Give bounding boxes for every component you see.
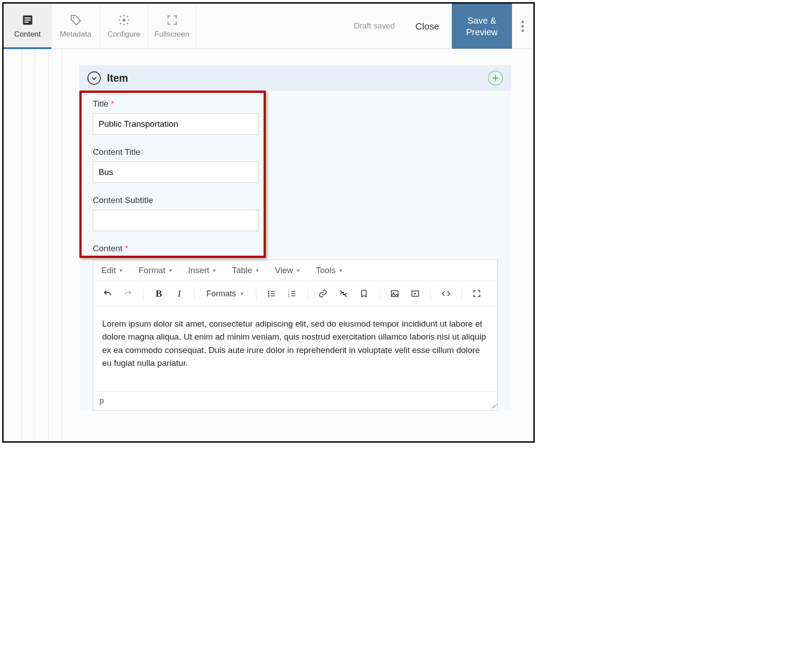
resize-handle[interactable] [489, 402, 495, 408]
tab-fullscreen[interactable]: Fullscreen [148, 4, 196, 49]
more-menu-button[interactable] [512, 4, 533, 49]
image-icon [390, 289, 399, 298]
formats-dropdown[interactable]: Formats▼ [202, 286, 249, 302]
link-icon [318, 289, 327, 298]
editor-menu-tools[interactable]: Tools▼ [316, 265, 343, 275]
media-icon [411, 289, 420, 298]
expand-button[interactable] [469, 286, 485, 302]
editor-menubar: Edit▼ Format▼ Insert▼ Table▼ View▼ Tools… [93, 260, 497, 281]
item-panel: Item Title * Content Title Content Subti… [79, 65, 511, 411]
code-icon [442, 289, 450, 298]
editor-toolbar: B I Formats▼ 123 [93, 281, 497, 307]
content-icon [21, 14, 34, 26]
item-panel-body: Title * Content Title Content Subtitle C… [79, 91, 511, 411]
svg-point-10 [268, 293, 269, 294]
item-panel-header: Item [79, 65, 511, 91]
save-preview-button[interactable]: Save & Preview [452, 4, 512, 49]
tab-configure-label: Configure [107, 30, 140, 39]
undo-button[interactable] [99, 286, 116, 302]
panel-title: Item [107, 72, 128, 84]
title-input[interactable] [93, 113, 259, 135]
editor-menu-format[interactable]: Format▼ [139, 265, 173, 275]
editor-menu-insert[interactable]: Insert▼ [188, 265, 217, 275]
field-content: Content * Edit▼ Format▼ Insert▼ Table▼ V… [93, 244, 498, 411]
svg-rect-3 [25, 21, 29, 22]
toolbar-spacer [196, 4, 346, 49]
source-button[interactable] [438, 286, 454, 302]
draft-status: Draft saved [346, 4, 403, 49]
link-button[interactable] [315, 286, 331, 302]
tag-icon [70, 14, 82, 26]
svg-point-9 [268, 290, 269, 292]
svg-rect-1 [25, 17, 31, 18]
svg-point-4 [73, 17, 74, 19]
field-title-label: Title * [93, 99, 498, 109]
svg-point-7 [522, 25, 524, 27]
unlink-icon [339, 289, 348, 298]
close-button[interactable]: Close [403, 4, 452, 49]
editor-element-path[interactable]: p [99, 396, 104, 405]
tab-content-label: Content [14, 30, 41, 39]
unlink-button[interactable] [335, 286, 351, 302]
svg-rect-15 [391, 290, 398, 296]
add-item-button[interactable] [488, 71, 503, 86]
field-title: Title * [93, 99, 498, 135]
tab-content[interactable]: Content [4, 4, 52, 49]
bookmark-icon [359, 289, 368, 298]
kebab-icon [521, 21, 524, 32]
fullscreen-icon [166, 14, 178, 26]
svg-text:3: 3 [288, 295, 289, 298]
field-content-title: Content Title [93, 147, 498, 183]
editor-status-bar: p [93, 391, 497, 410]
content-title-input[interactable] [93, 162, 259, 183]
svg-point-11 [268, 295, 269, 296]
editor-body[interactable]: Lorem ipsum dolor sit amet, consectetur … [93, 307, 497, 391]
svg-point-6 [522, 21, 524, 23]
field-content-subtitle: Content Subtitle [93, 195, 498, 231]
plus-icon [491, 74, 500, 82]
expand-icon [472, 289, 481, 298]
rich-text-editor: Edit▼ Format▼ Insert▼ Table▼ View▼ Tools… [93, 260, 498, 411]
redo-button[interactable] [120, 286, 136, 302]
svg-point-8 [522, 29, 524, 32]
bold-button[interactable]: B [151, 286, 167, 302]
field-content-title-label: Content Title [93, 147, 498, 157]
tab-metadata-label: Metadata [60, 30, 91, 39]
image-button[interactable] [387, 286, 403, 302]
editor-menu-table[interactable]: Table▼ [232, 265, 260, 275]
tab-fullscreen-label: Fullscreen [154, 30, 189, 39]
tab-metadata[interactable]: Metadata [52, 4, 100, 49]
editor-menu-view[interactable]: View▼ [275, 265, 301, 275]
bullet-list-icon [267, 289, 276, 298]
redo-icon [124, 289, 132, 298]
content-area: Item Title * Content Title Content Subti… [4, 50, 533, 441]
chevron-down-icon [91, 75, 98, 82]
editor-menu-edit[interactable]: Edit▼ [101, 265, 124, 275]
tab-configure[interactable]: Configure [100, 4, 148, 49]
bookmark-button[interactable] [356, 286, 372, 302]
gear-icon [118, 14, 130, 26]
top-toolbar: Content Metadata Configure Fullscreen Dr… [4, 4, 533, 49]
field-content-subtitle-label: Content Subtitle [93, 195, 498, 205]
content-subtitle-input[interactable] [93, 210, 259, 231]
field-content-label: Content * [93, 244, 498, 253]
bullet-list-button[interactable] [264, 286, 280, 302]
numbered-list-icon: 123 [288, 289, 297, 298]
media-button[interactable] [407, 286, 423, 302]
undo-icon [103, 289, 112, 298]
italic-button[interactable]: I [171, 286, 187, 302]
numbered-list-button[interactable]: 123 [284, 286, 300, 302]
collapse-button[interactable] [87, 71, 101, 85]
svg-rect-2 [25, 19, 31, 20]
svg-point-5 [122, 18, 125, 21]
app-frame: Content Metadata Configure Fullscreen Dr… [2, 2, 535, 443]
